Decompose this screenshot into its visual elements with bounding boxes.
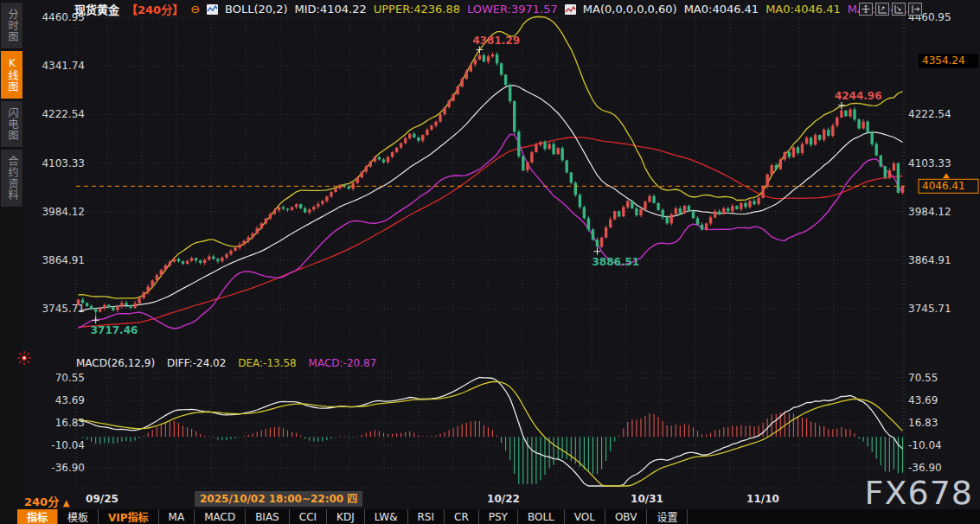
y-axis-label-right: 4222.54	[908, 108, 951, 120]
tab-cci[interactable]: CCI	[290, 509, 327, 524]
triangle-up-icon: ▲	[63, 498, 70, 508]
upper-price-mark: 4354.24	[919, 54, 978, 67]
macd-axis-label-left: -36.90	[51, 462, 85, 474]
sidebar-item-contract-info[interactable]: 合约资料	[1, 150, 22, 207]
chart-toolbar	[859, 3, 922, 16]
macd-axis-label-right: -36.90	[908, 462, 942, 474]
x-axis-date-label: 11/10	[746, 493, 779, 505]
tab-ma[interactable]: MA	[159, 509, 195, 524]
sidebar-item-flash-chart[interactable]: 闪电图	[1, 101, 22, 147]
period-label: 【240分】	[126, 1, 183, 17]
ma0-value-1: MA0:4046.41	[684, 3, 759, 16]
macd-axis-label-right: 43.69	[908, 394, 938, 406]
macd-diff-value: DIFF:-24.02	[167, 357, 226, 369]
tab-bias[interactable]: BIAS	[246, 509, 290, 524]
macd-axis-label-right: -10.04	[908, 439, 942, 451]
last-price-tag: 4046.41	[919, 173, 978, 193]
indicator-header: 现货黄金 【240分】 ⊖ BOLL(20,2) MID:4104.22 UPP…	[74, 0, 922, 17]
axis-zoom-out-icon[interactable]	[892, 3, 906, 16]
macd-histogram-layer	[79, 412, 903, 485]
tab-psy[interactable]: PSY	[479, 509, 518, 524]
tab-template[interactable]: 模板	[58, 509, 99, 524]
zoom-out-icon[interactable]: ⊖	[190, 3, 200, 16]
x-axis-date-label: 10/31	[631, 493, 663, 505]
pan-tool-icon[interactable]	[859, 3, 873, 16]
alert-icon[interactable]	[16, 350, 32, 369]
macd-axis-label-left: -10.04	[51, 439, 85, 451]
tab-settings[interactable]: 设置	[647, 509, 688, 524]
tab-macd[interactable]: MACD	[195, 509, 246, 524]
high-annotation: 4244.96	[835, 90, 882, 102]
macd-params: MACD(26,12,9)	[76, 357, 155, 369]
macd-macd-value: MACD:-20.87	[309, 357, 377, 369]
kline-chart-canvas[interactable]: 3717.464381.293886.514244.964460.954341.…	[0, 0, 980, 524]
price-axis-labels: 4460.954341.744222.544103.333984.123864.…	[42, 11, 951, 474]
tab-kdj[interactable]: KDJ	[327, 509, 365, 524]
y-axis-label-left: 4222.54	[42, 108, 85, 120]
macd-dea-value: DEA:-13.58	[238, 357, 297, 369]
tab-cr[interactable]: CR	[445, 509, 479, 524]
left-sidebar: 分时图K线图闪电图合约资料	[0, 0, 23, 524]
y-axis-label-right: 4103.33	[908, 157, 951, 169]
y-axis-label-right: 3984.12	[908, 206, 951, 218]
macd-lines-layer	[79, 378, 903, 487]
x-axis-date-label: 09/25	[86, 493, 118, 505]
low-annotation: 3717.46	[91, 324, 138, 336]
x-axis-row: 240分 ▲ 2025/10/02 18:00~22:00 四 09/2510/…	[0, 489, 980, 510]
y-axis-label-left: 3864.91	[42, 254, 85, 266]
boll-lower-value: LOWER:3971.57	[467, 3, 558, 16]
svg-text:4354.24: 4354.24	[922, 54, 965, 67]
shift-right-icon[interactable]	[908, 3, 922, 16]
crosshair-datetime-tooltip: 2025/10/02 18:00~22:00 四	[195, 491, 362, 507]
boll-upper-value: UPPER:4236.88	[374, 3, 460, 16]
tab-obv[interactable]: OBV	[605, 509, 648, 524]
tab-lw[interactable]: LW&	[365, 509, 408, 524]
extreme-cross-marker	[93, 316, 99, 323]
tab-rsi[interactable]: RSI	[408, 509, 445, 524]
macd-axis-label-left: 16.83	[55, 417, 85, 429]
y-axis-label-right: 3745.71	[908, 303, 951, 315]
watermark: FX678	[865, 474, 973, 512]
tab-vip-indicator[interactable]: VIP指标	[99, 509, 159, 524]
ma0-value-2: MA0:4046.41	[765, 3, 841, 16]
ma-label: MA(0,0,0,0,0,60)	[583, 3, 677, 16]
tab-vol[interactable]: VOL	[565, 509, 605, 524]
macd-legend: MACD(26,12,9) DIFF:-24.02 DEA:-13.58 MAC…	[76, 357, 385, 369]
y-axis-label-left: 4103.33	[42, 157, 85, 169]
boll-mid-value: MID:4104.22	[295, 3, 367, 16]
x-axis-date-label: 10/22	[487, 493, 520, 505]
boll-indicator-icon[interactable]	[207, 4, 218, 15]
sidebar-item-time-chart[interactable]: 分时图	[1, 3, 22, 48]
low-annotation: 3886.51	[592, 256, 640, 268]
y-axis-label-left: 3745.71	[42, 303, 85, 315]
overlay-lines-layer	[79, 16, 903, 329]
symbol-name: 现货黄金	[74, 1, 119, 17]
axis-zoom-in-icon[interactable]	[875, 3, 889, 16]
macd-axis-label-left: 70.55	[55, 372, 85, 384]
period-selector-button[interactable]: 240分 ▲	[24, 493, 69, 509]
macd-axis-label-left: 43.69	[55, 394, 85, 406]
high-annotation: 4381.29	[472, 35, 520, 47]
ma-indicator-icon[interactable]	[565, 4, 576, 15]
macd-axis-label-right: 16.83	[908, 417, 938, 429]
sidebar-item-kline-chart[interactable]: K线图	[1, 51, 22, 99]
macd-axis-label-right: 70.55	[908, 372, 938, 384]
tab-indicator[interactable]: 指标	[17, 509, 58, 524]
tab-boll[interactable]: BOLL	[518, 509, 565, 524]
boll-label: BOLL(20,2)	[225, 3, 288, 16]
candles-layer[interactable]	[77, 50, 904, 321]
y-axis-label-left: 4341.74	[42, 60, 85, 72]
svg-text:4046.41: 4046.41	[922, 180, 965, 192]
y-axis-label-right: 3864.91	[908, 254, 951, 266]
bottom-indicator-tabs: 指标模板VIP指标MAMACDBIASCCIKDJLW&RSICRPSYBOLL…	[17, 509, 980, 524]
y-axis-label-left: 3984.12	[42, 206, 85, 218]
